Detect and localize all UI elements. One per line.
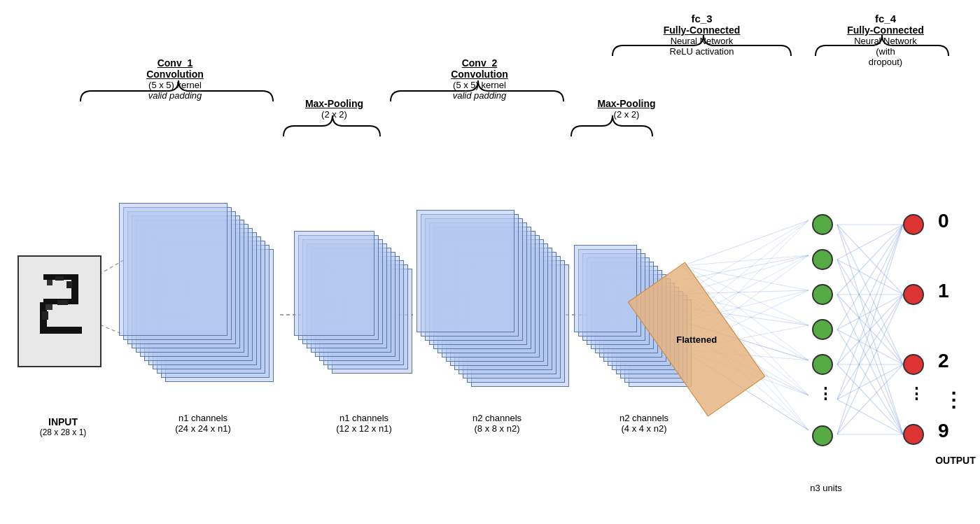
svg-rect-79 bbox=[47, 280, 52, 285]
svg-line-60 bbox=[837, 260, 903, 364]
svg-line-52 bbox=[837, 225, 903, 295]
svg-line-68 bbox=[837, 295, 903, 434]
svg-line-66 bbox=[837, 225, 903, 434]
svg-line-65 bbox=[837, 364, 903, 434]
svg-line-57 bbox=[837, 295, 903, 399]
output-digit-0: 0 bbox=[938, 210, 949, 232]
green-node-1 bbox=[812, 214, 833, 235]
svg-rect-78 bbox=[40, 327, 82, 334]
maxpool1-label: Max-Pooling (2 x 2) bbox=[280, 98, 388, 120]
svg-line-69 bbox=[837, 330, 903, 434]
output-digit-9: 9 bbox=[938, 420, 949, 442]
conv2-caption: n2 channels (8 x 8 x n2) bbox=[427, 413, 567, 434]
svg-rect-75 bbox=[71, 278, 78, 302]
input-image bbox=[18, 255, 102, 367]
svg-rect-73 bbox=[19, 257, 102, 367]
input-label: INPUT (28 x 28 x 1) bbox=[21, 416, 105, 437]
output-digit-2: 2 bbox=[938, 350, 949, 372]
red-dots: ⋮ bbox=[909, 385, 924, 403]
green-node-5 bbox=[812, 354, 833, 375]
svg-line-26 bbox=[682, 220, 808, 294]
svg-line-67 bbox=[837, 260, 903, 434]
red-node-2 bbox=[903, 354, 924, 375]
svg-rect-84 bbox=[42, 311, 48, 320]
svg-line-71 bbox=[837, 399, 903, 434]
green-node-4 bbox=[812, 319, 833, 340]
conv1-caption: n1 channels (24 x 24 x n1) bbox=[122, 413, 284, 434]
svg-line-13 bbox=[682, 220, 808, 266]
green-node-6 bbox=[812, 425, 833, 446]
svg-line-47 bbox=[837, 225, 903, 295]
svg-rect-81 bbox=[66, 281, 72, 288]
svg-line-46 bbox=[837, 225, 903, 260]
svg-line-70 bbox=[837, 364, 903, 434]
red-node-0 bbox=[903, 214, 924, 235]
svg-rect-83 bbox=[57, 300, 68, 305]
red-node-1 bbox=[903, 284, 924, 305]
svg-line-58 bbox=[837, 295, 903, 434]
fc3-label: fc_3 Fully-Connected Neural Network ReLU… bbox=[612, 13, 791, 57]
maxpool2-label: Max-Pooling (2 x 2) bbox=[574, 98, 679, 120]
svg-line-53 bbox=[837, 260, 903, 295]
conv1-label: Conv_1 Convolution (5 x 5) kernel valid … bbox=[105, 57, 245, 101]
svg-line-48 bbox=[837, 225, 903, 330]
green-node-3 bbox=[812, 284, 833, 305]
svg-line-49 bbox=[837, 225, 903, 364]
pool1-caption: n1 channels (12 x 12 x n1) bbox=[294, 413, 434, 434]
svg-line-14 bbox=[682, 255, 808, 280]
red-node-9 bbox=[903, 424, 924, 445]
diagram-container: INPUT (28 x 28 x 1) Conv_1 Convolution (… bbox=[0, 0, 980, 524]
output-dots: ⋮ bbox=[944, 388, 963, 411]
svg-rect-80 bbox=[55, 276, 64, 281]
svg-line-61 bbox=[837, 295, 903, 364]
n3-label: n3 units bbox=[798, 483, 854, 493]
svg-line-20 bbox=[682, 255, 808, 266]
svg-line-51 bbox=[837, 225, 903, 434]
svg-line-55 bbox=[837, 295, 903, 330]
green-node-2 bbox=[812, 249, 833, 270]
fc4-label: fc_4 Fully-Connected Neural Network (wit… bbox=[816, 13, 955, 67]
output-label: OUTPUT bbox=[927, 455, 980, 466]
svg-line-64 bbox=[837, 364, 903, 399]
conv2-label: Conv_2 Convolution (5 x 5) kernel valid … bbox=[410, 57, 550, 101]
svg-line-59 bbox=[837, 225, 903, 364]
output-digit-1: 1 bbox=[938, 280, 949, 302]
green-dots: ⋮ bbox=[818, 385, 833, 403]
svg-line-50 bbox=[837, 225, 903, 399]
svg-rect-82 bbox=[46, 304, 52, 310]
pool2-caption: n2 channels (4 x 4 x n2) bbox=[574, 413, 714, 434]
svg-line-62 bbox=[837, 330, 903, 364]
svg-line-56 bbox=[837, 295, 903, 364]
